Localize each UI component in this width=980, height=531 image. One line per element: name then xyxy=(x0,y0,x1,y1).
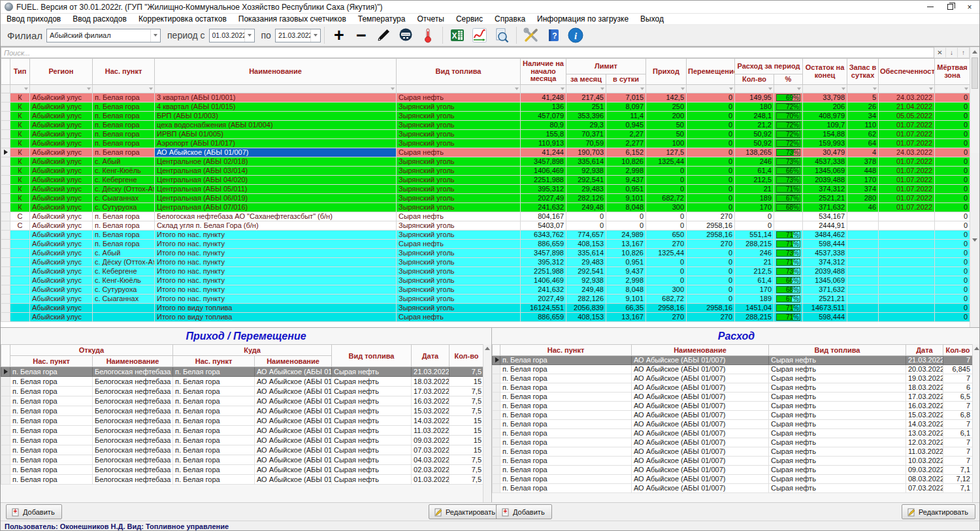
cell-fuel[interactable]: Сырая нефть xyxy=(769,457,906,466)
cell-qty[interactable]: 7,1 xyxy=(943,484,973,493)
cell-dead-zone[interactable]: 0 xyxy=(935,194,970,203)
cell-rest[interactable]: 534,167 xyxy=(803,212,847,221)
cell-to-settlement[interactable]: п. Белая гора xyxy=(173,396,255,406)
cell-qty[interactable]: 7 xyxy=(943,447,973,457)
cell-fuel[interactable]: Зырянский уголь xyxy=(397,231,521,240)
cell-expense-pct[interactable]: 66% xyxy=(774,167,803,176)
cell-rest[interactable]: 598,444 xyxy=(803,240,847,249)
cell-days-stock[interactable] xyxy=(847,304,879,313)
cell-limit-month[interactable]: 190,703 xyxy=(566,148,606,157)
col-header-name[interactable]: Наименование xyxy=(155,59,397,85)
cell-fuel[interactable]: Сырая нефть xyxy=(332,426,412,436)
income-col-to[interactable]: Куда xyxy=(173,345,332,356)
cell-settlement[interactable]: п. Белая гора xyxy=(93,130,155,139)
cell-rest[interactable]: 206 xyxy=(803,103,847,112)
cell-type[interactable]: С xyxy=(10,221,30,231)
cell-start[interactable]: 2027,49 xyxy=(521,194,566,203)
cell-limit-month[interactable]: 92,938 xyxy=(566,276,606,285)
cell-to-settlement[interactable]: п. Белая гора xyxy=(173,475,255,485)
cell-fuel[interactable]: Зырянский уголь xyxy=(397,112,521,121)
cell-fuel[interactable]: Сырая нефть xyxy=(769,484,906,493)
cell-from-settlement[interactable]: п. Белая гора xyxy=(10,377,93,387)
cell-expense-pct[interactable]: 72% xyxy=(774,103,803,112)
cell-limit-month[interactable]: 249,48 xyxy=(566,203,606,212)
cell-expense-pct[interactable]: 73% xyxy=(774,157,803,167)
cell-settlement[interactable]: п. Белая гора xyxy=(500,475,632,484)
cell-expense-pct[interactable]: 73% xyxy=(774,267,803,276)
cell-limit-month[interactable]: 282,126 xyxy=(566,295,606,304)
expense-row[interactable]: п. Белая гораАО Абыйское (АБЫ 01/007)Сыр… xyxy=(493,429,973,438)
cell-from-name[interactable]: Белогоская нефтебаза АО "Саханефтегазсбы… xyxy=(93,396,173,406)
expense-row[interactable]: п. Белая гораАО Абыйское (АБЫ 01/007)Сыр… xyxy=(493,402,973,411)
cell-limit-day[interactable]: 13,167 xyxy=(606,240,646,249)
cell-settlement[interactable]: п. Белая гора xyxy=(500,484,632,493)
cell-to-name[interactable]: АО Абыйское (АБЫ 01/007) xyxy=(255,406,332,416)
cell-to-settlement[interactable]: п. Белая гора xyxy=(173,445,255,455)
cell-settlement[interactable]: п. Белая гора xyxy=(500,429,632,438)
income-col-from-name[interactable]: Наименование xyxy=(93,356,173,367)
cell-start[interactable]: 241,632 xyxy=(521,203,566,212)
cell-provision[interactable]: 01.07.2022 xyxy=(879,121,935,130)
cell-dead-zone[interactable]: 0 xyxy=(935,276,970,285)
income-row[interactable]: п. Белая гораБелогоская нефтебаза АО "Са… xyxy=(1,377,484,387)
cell-type[interactable]: К xyxy=(10,130,30,139)
col-header-type[interactable]: Тип xyxy=(10,59,30,85)
edit-button[interactable] xyxy=(374,26,393,44)
cell-provision[interactable] xyxy=(879,240,935,249)
cell-qty[interactable]: 7 xyxy=(943,457,973,466)
cell-fuel[interactable]: Сырая нефть xyxy=(769,402,906,411)
menu-item-10[interactable]: Выход xyxy=(634,14,670,24)
income-row[interactable]: п. Белая гораБелогоская нефтебаза АО "Са… xyxy=(1,416,484,426)
cell-to-name[interactable]: АО Абыйское (АБЫ 01/007) xyxy=(255,416,332,426)
cell-limit-day[interactable]: 0 xyxy=(606,221,646,231)
col-header-days[interactable]: Запас в сутках xyxy=(847,59,879,85)
filter-cell[interactable] xyxy=(93,85,155,93)
cell-move[interactable]: 0 xyxy=(687,130,735,139)
cell-rest[interactable]: 109,7 xyxy=(803,121,847,130)
filter-cell[interactable] xyxy=(935,85,970,93)
cell-to-name[interactable]: АО Абыйское (АБЫ 01/007) xyxy=(255,367,332,377)
cell-start[interactable]: 41,248 xyxy=(521,93,566,103)
cell-name[interactable]: Итого по виду топлива xyxy=(155,304,397,313)
cell-days-stock[interactable] xyxy=(847,249,879,258)
filter-cell[interactable] xyxy=(566,85,606,93)
expense-row[interactable]: п. Белая гораАО Абыйское (АБЫ 01/007)Сыр… xyxy=(493,411,973,420)
cell-provision[interactable] xyxy=(879,304,935,313)
cell-settlement[interactable]: п. Белая гора xyxy=(500,447,632,457)
cell-rest[interactable]: 2039,488 xyxy=(803,267,847,276)
cell-start[interactable]: 41,244 xyxy=(521,148,566,157)
cell-income[interactable]: 270 xyxy=(646,313,687,322)
filter-cell[interactable] xyxy=(803,85,847,93)
cell-fuel[interactable]: Зырянский уголь xyxy=(397,176,521,185)
cell-qty[interactable]: 6,5 xyxy=(943,393,973,402)
cell-fuel[interactable]: Сырая нефть xyxy=(769,420,906,429)
cell-expense-qty[interactable]: 212,5 xyxy=(735,267,774,276)
cell-dead-zone[interactable]: 0 xyxy=(935,103,970,112)
info-button[interactable]: i xyxy=(566,26,585,44)
cell-expense-pct[interactable]: 72% xyxy=(774,139,803,148)
cell-settlement[interactable]: п. Белая гора xyxy=(500,411,632,420)
col-header-income[interactable]: Приход xyxy=(646,59,687,85)
cell-to-settlement[interactable]: п. Белая гора xyxy=(173,406,255,416)
cell-limit-month[interactable]: 70,59 xyxy=(566,139,606,148)
cell-limit-day[interactable]: 0,951 xyxy=(606,185,646,194)
cell-name[interactable]: Итого по нас. пункту xyxy=(155,267,397,276)
cell-date[interactable]: 11.03.2022 xyxy=(906,447,943,457)
cell-date[interactable]: 16.03.2022 xyxy=(412,396,449,406)
cell-dead-zone[interactable]: 0 xyxy=(935,93,970,103)
cell-move[interactable]: 270 xyxy=(687,240,735,249)
cell-expense-pct[interactable]: 71% xyxy=(774,240,803,249)
filter-cell[interactable] xyxy=(646,85,687,93)
table-row[interactable]: КАбыйский улусп. Белая гораБРП (АБЫ 01/0… xyxy=(1,112,970,121)
filter-cell[interactable] xyxy=(155,85,397,93)
table-row[interactable]: Абыйский улусп. Белая гораИтого по нас. … xyxy=(1,231,970,240)
filter-cell[interactable] xyxy=(521,85,566,93)
table-row[interactable]: КАбыйский улусс. КебергенеЦентральная (А… xyxy=(1,176,970,185)
cell-name[interactable]: Итого по нас. пункту xyxy=(155,285,397,295)
cell-dead-zone[interactable]: 0 xyxy=(935,203,970,212)
cell-expense-qty[interactable]: 288,215 xyxy=(735,313,774,322)
table-row[interactable]: Абыйский улусс. Дёску (Оттох-Атах)Итого … xyxy=(1,258,970,267)
cell-region[interactable]: Абыйский улус xyxy=(30,157,93,167)
menu-item-9[interactable]: Информация по загрузке xyxy=(531,14,634,24)
cell-settlement[interactable]: п. Белая гора xyxy=(500,466,632,475)
